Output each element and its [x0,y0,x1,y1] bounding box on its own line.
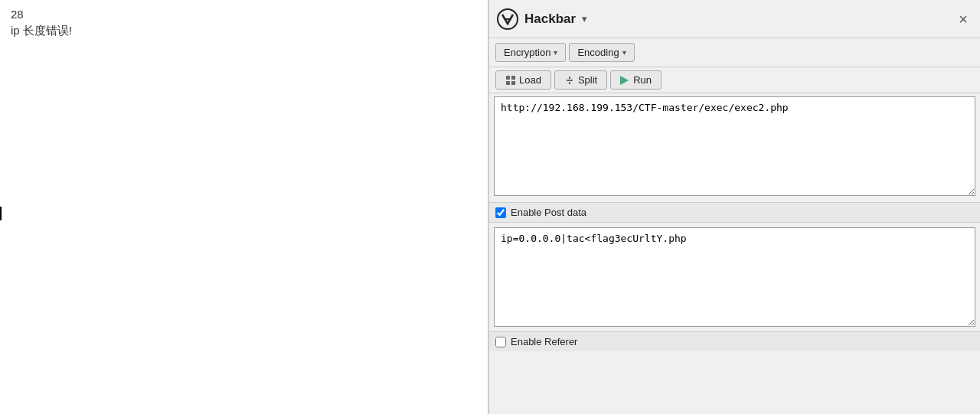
enable-post-checkbox[interactable] [495,207,506,218]
svg-rect-2 [511,76,515,80]
split-icon [564,75,575,86]
load-label: Load [519,74,541,86]
line2-text: ip 长度错误! [11,24,477,38]
svg-rect-3 [506,81,510,85]
run-label: Run [633,74,652,86]
cursor [0,207,2,220]
hackbar-title: Hackbar [524,11,576,27]
hackbar-chevron-icon: ▾ [582,13,587,24]
run-button[interactable]: Run [610,70,662,90]
encryption-label: Encryption [504,47,550,58]
enable-referer-checkbox[interactable] [495,337,506,347]
post-data-input[interactable] [494,227,975,327]
encryption-encoding-toolbar: Encryption ▾ Encoding ▾ [489,38,980,67]
encoding-label: Encoding [577,47,619,58]
line1-text: 28 [11,8,477,21]
encryption-button[interactable]: Encryption ▾ [495,43,566,62]
hackbar-header: Hackbar ▾ × [489,0,980,38]
run-play-icon [620,76,629,85]
load-button[interactable]: Load [495,70,551,90]
url-area [489,93,980,202]
split-button[interactable]: Split [554,70,607,90]
post-data-section: Enable Post data [489,202,980,331]
enable-referer-label: Enable Referer [511,336,577,347]
encoding-button[interactable]: Encoding ▾ [569,43,634,62]
hackbar-close-button[interactable]: × [954,10,972,28]
enable-post-label: Enable Post data [511,207,586,218]
svg-rect-4 [511,81,515,85]
left-panel: 28 ip 长度错误! [0,0,488,414]
url-input[interactable] [494,96,975,196]
referer-section: Enable Referer [489,331,980,351]
encryption-dropdown-arrow-icon: ▾ [554,48,557,57]
hackbar-title-group: Hackbar ▾ [497,8,587,30]
hackbar-logo-icon [497,8,518,30]
svg-rect-1 [506,76,510,80]
post-checkbox-row: Enable Post data [489,202,980,223]
encoding-dropdown-arrow-icon: ▾ [622,48,626,57]
split-label: Split [578,74,597,86]
action-toolbar: Load Split Run [489,67,980,93]
load-icon [505,75,516,86]
hackbar-panel: Hackbar ▾ × Encryption ▾ Encoding ▾ Load [488,0,980,414]
